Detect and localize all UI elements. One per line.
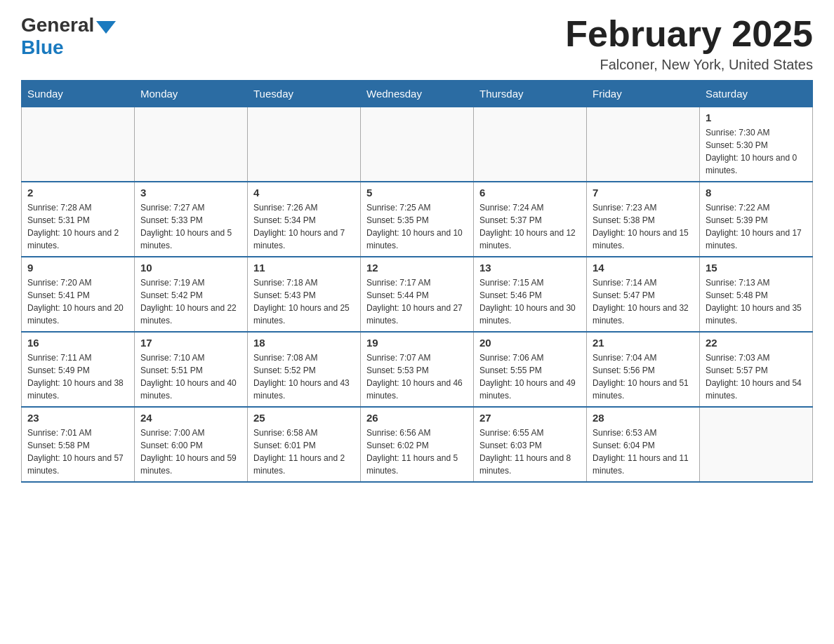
day-info: Sunrise: 7:01 AM Sunset: 5:58 PM Dayligh…: [27, 427, 128, 477]
week-row-5: 23Sunrise: 7:01 AM Sunset: 5:58 PM Dayli…: [22, 407, 813, 482]
calendar-header: SundayMondayTuesdayWednesdayThursdayFrid…: [22, 81, 813, 107]
day-info: Sunrise: 6:56 AM Sunset: 6:02 PM Dayligh…: [366, 427, 468, 477]
page-header: General Blue February 2025 Falconer, New…: [21, 14, 813, 73]
day-number: 21: [593, 337, 694, 349]
day-number: 11: [253, 262, 355, 274]
calendar-cell: 16Sunrise: 7:11 AM Sunset: 5:49 PM Dayli…: [22, 332, 135, 407]
logo-general-text: General: [21, 14, 94, 36]
day-info: Sunrise: 7:15 AM Sunset: 5:46 PM Dayligh…: [479, 276, 581, 327]
day-info: Sunrise: 6:58 AM Sunset: 6:01 PM Dayligh…: [253, 427, 355, 477]
header-row: SundayMondayTuesdayWednesdayThursdayFrid…: [22, 81, 813, 107]
day-number: 15: [706, 262, 807, 274]
logo-arrow-icon: [96, 21, 116, 34]
header-monday: Monday: [135, 81, 248, 107]
calendar-cell: [700, 407, 813, 482]
day-info: Sunrise: 7:13 AM Sunset: 5:48 PM Dayligh…: [706, 276, 807, 327]
calendar-cell: 17Sunrise: 7:10 AM Sunset: 5:51 PM Dayli…: [135, 332, 248, 407]
header-friday: Friday: [587, 81, 700, 107]
header-thursday: Thursday: [474, 81, 587, 107]
header-saturday: Saturday: [700, 81, 813, 107]
calendar-cell: [474, 107, 587, 182]
day-info: Sunrise: 7:27 AM Sunset: 5:33 PM Dayligh…: [140, 201, 241, 252]
calendar-cell: 8Sunrise: 7:22 AM Sunset: 5:39 PM Daylig…: [700, 182, 813, 257]
day-info: Sunrise: 7:17 AM Sunset: 5:44 PM Dayligh…: [366, 276, 468, 327]
day-info: Sunrise: 7:04 AM Sunset: 5:56 PM Dayligh…: [593, 351, 694, 402]
calendar-cell: [361, 107, 474, 182]
day-info: Sunrise: 6:53 AM Sunset: 6:04 PM Dayligh…: [593, 427, 694, 477]
calendar-cell: 23Sunrise: 7:01 AM Sunset: 5:58 PM Dayli…: [22, 407, 135, 482]
day-number: 17: [140, 337, 241, 349]
calendar-cell: [135, 107, 248, 182]
day-info: Sunrise: 7:10 AM Sunset: 5:51 PM Dayligh…: [140, 351, 241, 402]
day-number: 19: [366, 337, 468, 349]
day-info: Sunrise: 7:19 AM Sunset: 5:42 PM Dayligh…: [140, 276, 241, 327]
day-info: Sunrise: 7:07 AM Sunset: 5:53 PM Dayligh…: [366, 351, 468, 402]
calendar-cell: 3Sunrise: 7:27 AM Sunset: 5:33 PM Daylig…: [135, 182, 248, 257]
calendar-cell: 26Sunrise: 6:56 AM Sunset: 6:02 PM Dayli…: [361, 407, 474, 482]
week-row-3: 9Sunrise: 7:20 AM Sunset: 5:41 PM Daylig…: [22, 257, 813, 332]
day-number: 24: [140, 412, 241, 424]
calendar-cell: 24Sunrise: 7:00 AM Sunset: 6:00 PM Dayli…: [135, 407, 248, 482]
calendar-cell: 1Sunrise: 7:30 AM Sunset: 5:30 PM Daylig…: [700, 107, 813, 182]
day-info: Sunrise: 7:06 AM Sunset: 5:55 PM Dayligh…: [479, 351, 581, 402]
day-number: 1: [706, 112, 807, 123]
calendar-cell: [22, 107, 135, 182]
day-info: Sunrise: 7:23 AM Sunset: 5:38 PM Dayligh…: [593, 201, 694, 252]
header-tuesday: Tuesday: [248, 81, 361, 107]
calendar-cell: 15Sunrise: 7:13 AM Sunset: 5:48 PM Dayli…: [700, 257, 813, 332]
calendar-body: 1Sunrise: 7:30 AM Sunset: 5:30 PM Daylig…: [22, 107, 813, 483]
day-info: Sunrise: 7:22 AM Sunset: 5:39 PM Dayligh…: [706, 201, 807, 252]
header-wednesday: Wednesday: [361, 81, 474, 107]
calendar-cell: 27Sunrise: 6:55 AM Sunset: 6:03 PM Dayli…: [474, 407, 587, 482]
day-number: 14: [593, 262, 694, 274]
calendar-cell: 14Sunrise: 7:14 AM Sunset: 5:47 PM Dayli…: [587, 257, 700, 332]
calendar-cell: 20Sunrise: 7:06 AM Sunset: 5:55 PM Dayli…: [474, 332, 587, 407]
day-info: Sunrise: 7:24 AM Sunset: 5:37 PM Dayligh…: [479, 201, 581, 252]
day-number: 18: [253, 337, 355, 349]
day-number: 22: [706, 337, 807, 349]
day-info: Sunrise: 7:30 AM Sunset: 5:30 PM Dayligh…: [706, 126, 807, 177]
calendar-cell: 22Sunrise: 7:03 AM Sunset: 5:57 PM Dayli…: [700, 332, 813, 407]
day-number: 3: [140, 187, 241, 199]
calendar-cell: 4Sunrise: 7:26 AM Sunset: 5:34 PM Daylig…: [248, 182, 361, 257]
calendar-cell: 12Sunrise: 7:17 AM Sunset: 5:44 PM Dayli…: [361, 257, 474, 332]
day-number: 9: [27, 262, 128, 274]
day-info: Sunrise: 7:18 AM Sunset: 5:43 PM Dayligh…: [253, 276, 355, 327]
day-info: Sunrise: 6:55 AM Sunset: 6:03 PM Dayligh…: [479, 427, 581, 477]
title-section: February 2025 Falconer, New York, United…: [565, 14, 813, 73]
day-number: 2: [27, 187, 128, 199]
calendar-cell: 11Sunrise: 7:18 AM Sunset: 5:43 PM Dayli…: [248, 257, 361, 332]
subtitle: Falconer, New York, United States: [565, 57, 813, 73]
day-info: Sunrise: 7:08 AM Sunset: 5:52 PM Dayligh…: [253, 351, 355, 402]
calendar-cell: 18Sunrise: 7:08 AM Sunset: 5:52 PM Dayli…: [248, 332, 361, 407]
calendar-cell: 5Sunrise: 7:25 AM Sunset: 5:35 PM Daylig…: [361, 182, 474, 257]
day-number: 25: [253, 412, 355, 424]
logo: General Blue: [21, 14, 118, 59]
day-number: 6: [479, 187, 581, 199]
page-title: February 2025: [565, 14, 813, 54]
day-number: 12: [366, 262, 468, 274]
day-number: 28: [593, 412, 694, 424]
calendar-cell: 10Sunrise: 7:19 AM Sunset: 5:42 PM Dayli…: [135, 257, 248, 332]
day-number: 23: [27, 412, 128, 424]
day-info: Sunrise: 7:11 AM Sunset: 5:49 PM Dayligh…: [27, 351, 128, 402]
day-number: 13: [479, 262, 581, 274]
day-info: Sunrise: 7:00 AM Sunset: 6:00 PM Dayligh…: [140, 427, 241, 477]
calendar-cell: [587, 107, 700, 182]
day-info: Sunrise: 7:25 AM Sunset: 5:35 PM Dayligh…: [366, 201, 468, 252]
day-info: Sunrise: 7:14 AM Sunset: 5:47 PM Dayligh…: [593, 276, 694, 327]
day-info: Sunrise: 7:03 AM Sunset: 5:57 PM Dayligh…: [706, 351, 807, 402]
day-number: 4: [253, 187, 355, 199]
calendar-table: SundayMondayTuesdayWednesdayThursdayFrid…: [21, 80, 813, 483]
calendar-cell: 19Sunrise: 7:07 AM Sunset: 5:53 PM Dayli…: [361, 332, 474, 407]
header-sunday: Sunday: [22, 81, 135, 107]
day-number: 16: [27, 337, 128, 349]
day-number: 20: [479, 337, 581, 349]
day-number: 7: [593, 187, 694, 199]
calendar-cell: 25Sunrise: 6:58 AM Sunset: 6:01 PM Dayli…: [248, 407, 361, 482]
calendar-cell: [248, 107, 361, 182]
day-number: 26: [366, 412, 468, 424]
calendar-cell: 7Sunrise: 7:23 AM Sunset: 5:38 PM Daylig…: [587, 182, 700, 257]
week-row-4: 16Sunrise: 7:11 AM Sunset: 5:49 PM Dayli…: [22, 332, 813, 407]
day-number: 8: [706, 187, 807, 199]
